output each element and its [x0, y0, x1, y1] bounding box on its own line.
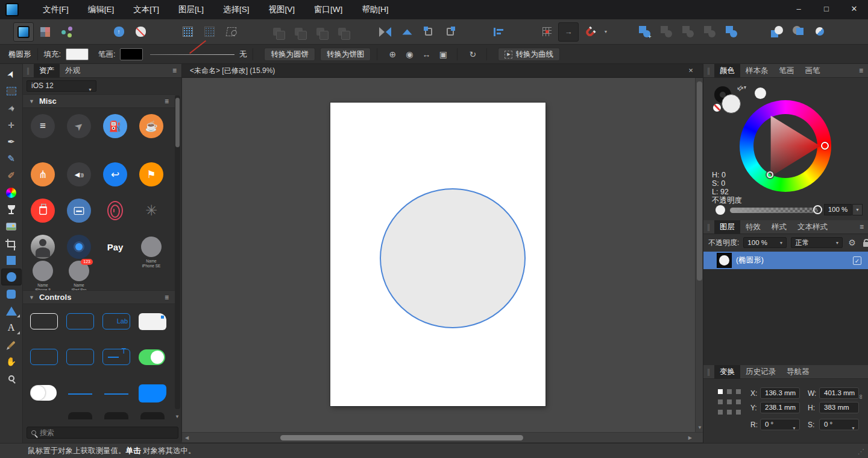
section-misc-header[interactable]: ▼ Misc ≡: [23, 94, 175, 108]
asset-device-iphone-8[interactable]: [33, 261, 53, 281]
asset-navigation-icon[interactable]: ➤: [67, 114, 91, 138]
pixel-persona-button[interactable]: [35, 22, 55, 42]
tool-text[interactable]: A: [1, 319, 22, 336]
tab-brush[interactable]: 画笔: [800, 64, 826, 78]
rotation-select[interactable]: 0 °▼: [760, 419, 800, 430]
control-button-label[interactable]: Lab: [102, 313, 130, 329]
blend-options-gear-icon[interactable]: ⚙: [848, 238, 856, 247]
menu-layer[interactable]: 图层[L]: [170, 0, 212, 19]
export-persona-button[interactable]: [57, 22, 77, 42]
saturation-selector[interactable]: [767, 171, 773, 178]
panel-grip-icon[interactable]: ║: [706, 369, 711, 375]
tool-fill-gradient[interactable]: [1, 184, 22, 201]
hue-wheel[interactable]: [740, 100, 831, 192]
layer-row-selected[interactable]: (椭圆形) ✓: [703, 252, 868, 269]
layer-thumbnail[interactable]: [717, 253, 732, 268]
tool-pencil[interactable]: ✎: [1, 150, 22, 167]
asset-device-ipad-pro[interactable]: 123: [69, 261, 89, 281]
rotate-ccw-button[interactable]: [418, 22, 439, 42]
tool-shape[interactable]: [1, 302, 22, 319]
show-handles-icon[interactable]: ◉: [401, 48, 417, 61]
tab-stroke[interactable]: 笔画: [774, 64, 800, 78]
scroll-down-icon[interactable]: ▼: [175, 414, 180, 419]
control-blue-card[interactable]: [139, 384, 166, 402]
width-handles-icon[interactable]: ↔: [418, 48, 434, 61]
alignment-button[interactable]: [488, 22, 509, 42]
tab-text-styles[interactable]: 文本样式: [792, 220, 833, 234]
menu-text[interactable]: 文本[T]: [125, 0, 168, 19]
tool-transparency[interactable]: [1, 201, 22, 218]
canvas-vertical-scrollbar[interactable]: ▼: [695, 78, 703, 432]
lock-icon[interactable]: [863, 242, 868, 247]
layer-visibility-checkbox[interactable]: ✓: [853, 256, 861, 265]
control-toggle-off[interactable]: [30, 385, 57, 401]
convert-to-pie-button[interactable]: 转换为圆饼: [264, 48, 315, 61]
asset-apple-pay[interactable]: Pay: [103, 235, 127, 259]
tool-vector-brush[interactable]: ✐: [1, 167, 22, 184]
tab-navigator[interactable]: 导航器: [781, 365, 815, 379]
tool-node[interactable]: ➤: [1, 100, 22, 116]
crosshair-icon[interactable]: ⊕: [385, 48, 400, 61]
document-close-icon[interactable]: ×: [685, 64, 697, 78]
fill-color-well[interactable]: [722, 94, 741, 113]
artboard[interactable]: [330, 103, 546, 406]
section-menu-icon[interactable]: ≡: [165, 97, 169, 106]
insert-inside-button[interactable]: ↑: [108, 22, 129, 42]
scroll-right-icon[interactable]: ▶: [688, 435, 692, 441]
edit-all-layers-button[interactable]: [130, 22, 151, 42]
control-divider-line[interactable]: [68, 393, 92, 395]
tool-point-transform[interactable]: ✛: [1, 116, 22, 133]
asset-fuel-icon[interactable]: ⛽: [103, 114, 127, 138]
flip-horizontal-button[interactable]: [375, 22, 395, 42]
section-menu-icon[interactable]: ≡: [165, 293, 169, 302]
minimize-button[interactable]: –: [785, 0, 813, 19]
menu-edit[interactable]: 编辑[E]: [80, 0, 123, 19]
resize-grip-icon[interactable]: ⋰: [858, 448, 864, 456]
asset-trash-icon[interactable]: [31, 199, 55, 223]
tool-view-hand[interactable]: ✋: [1, 353, 22, 370]
control-button-outline[interactable]: [66, 349, 94, 365]
asset-fingerprint-icon[interactable]: [103, 199, 127, 223]
tool-rounded-rectangle[interactable]: [1, 285, 22, 302]
section-controls-header[interactable]: ▼ Controls ≡: [23, 290, 175, 304]
control-dark-pill[interactable]: [104, 412, 128, 419]
control-button-outline[interactable]: [66, 313, 94, 329]
ellipse-object[interactable]: [380, 188, 526, 328]
x-input[interactable]: 136.3 mm: [760, 387, 800, 399]
stroke-width-control[interactable]: 无: [150, 48, 247, 61]
panel-menu-icon[interactable]: ≡: [172, 66, 177, 75]
menu-window[interactable]: 窗口[W]: [306, 0, 351, 19]
tab-effects[interactable]: 特效: [740, 220, 766, 234]
shear-select[interactable]: 0 °▼: [819, 419, 859, 430]
asset-avatar-icon[interactable]: [31, 235, 55, 259]
close-button[interactable]: ✕: [840, 0, 868, 19]
menu-view[interactable]: 视图[V]: [260, 0, 304, 19]
collapse-triangle-icon[interactable]: ▼: [29, 98, 34, 104]
scrollbar-thumb[interactable]: [280, 435, 523, 441]
convert-to-donut-button[interactable]: 转换为饼图: [320, 48, 371, 61]
tool-rectangle[interactable]: [1, 252, 22, 269]
anchor-point-selector[interactable]: [718, 389, 741, 415]
convert-to-curves-button[interactable]: ▶ 转换为曲线: [498, 48, 560, 61]
rotate-cw-button[interactable]: [440, 22, 461, 42]
tab-history[interactable]: 历史记录: [740, 365, 781, 379]
transform-box-icon[interactable]: ▣: [435, 48, 451, 61]
cycle-rotation-icon[interactable]: ↻: [465, 48, 480, 61]
tool-pen[interactable]: ✒: [1, 133, 22, 150]
tab-transform[interactable]: 变换: [714, 365, 740, 379]
scroll-left-icon[interactable]: ◀: [185, 435, 189, 441]
maximize-button[interactable]: □: [813, 0, 840, 19]
control-button-outline[interactable]: [30, 349, 58, 365]
select-all-button[interactable]: [177, 22, 198, 42]
menu-help[interactable]: 帮助[H]: [353, 0, 397, 19]
asset-spinner-icon[interactable]: ✳: [139, 199, 163, 223]
collapse-triangle-icon[interactable]: ▼: [29, 294, 34, 301]
opacity-slider-handle[interactable]: [813, 205, 822, 214]
opacity-dropdown-icon[interactable]: ▼: [852, 204, 863, 215]
asset-reply-icon[interactable]: ↩: [103, 162, 127, 186]
panel-grip-icon[interactable]: ║: [706, 224, 711, 231]
asset-flag-icon[interactable]: ⚑: [139, 162, 163, 186]
no-color-icon[interactable]: [713, 104, 721, 112]
snapping-dropdown[interactable]: ▼: [602, 22, 610, 42]
asset-search-input[interactable]: 搜索: [27, 427, 178, 439]
